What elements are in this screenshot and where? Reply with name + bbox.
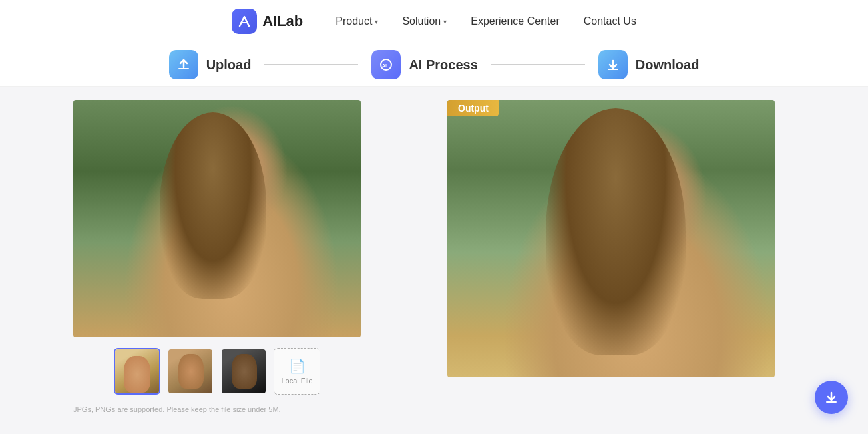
thumbnails-row: 📄 Local File: [114, 348, 320, 395]
step-line-1: [264, 64, 358, 65]
local-file-button[interactable]: 📄 Local File: [274, 348, 320, 395]
steps-bar: Upload AI AI Process Download: [0, 43, 868, 87]
local-file-icon: 📄: [289, 358, 306, 374]
logo-icon: [232, 9, 257, 34]
output-image: [447, 100, 775, 377]
step-upload: Upload: [169, 50, 252, 79]
logo-area[interactable]: AILab: [232, 9, 303, 34]
input-image-container: [73, 100, 361, 337]
download-step-icon: [598, 50, 628, 79]
solution-chevron-icon: ▾: [443, 18, 447, 25]
output-badge: Output: [447, 100, 499, 116]
local-file-label: Local File: [281, 377, 312, 385]
left-panel: 📄 Local File JPGs, PNGs are supported. P…: [0, 87, 434, 434]
input-image: [73, 100, 361, 337]
step-line-2: [491, 64, 585, 65]
hint-text: JPGs, PNGs are supported. Please keep th…: [73, 405, 361, 413]
product-chevron-icon: ▾: [375, 18, 378, 25]
svg-text:AI: AI: [382, 63, 387, 68]
thumbnail-1[interactable]: [114, 348, 160, 395]
upload-step-icon: [169, 50, 198, 79]
nav-item-experience[interactable]: Experience Center: [471, 15, 560, 27]
thumbnail-2[interactable]: [167, 348, 214, 395]
upload-step-label: Upload: [206, 57, 252, 73]
main-content: 📄 Local File JPGs, PNGs are supported. P…: [0, 87, 868, 434]
process-step-label: AI Process: [409, 57, 477, 73]
navbar: AILab Product ▾ Solution ▾ Experience Ce…: [0, 0, 868, 43]
step-process: AI AI Process: [371, 50, 477, 79]
right-panel: Output: [434, 87, 868, 434]
process-step-icon: AI: [371, 50, 401, 79]
nav-links: Product ▾ Solution ▾ Experience Center C…: [335, 15, 636, 27]
logo-text: AILab: [262, 13, 303, 30]
nav-item-product[interactable]: Product ▾: [335, 15, 378, 27]
download-step-label: Download: [636, 57, 700, 73]
download-fab-button[interactable]: [815, 381, 848, 414]
nav-item-solution[interactable]: Solution ▾: [402, 15, 447, 27]
thumbnail-3[interactable]: [220, 348, 267, 395]
output-container: Output: [447, 100, 775, 377]
step-download: Download: [598, 50, 700, 79]
nav-item-contact[interactable]: Contact Us: [584, 15, 636, 27]
